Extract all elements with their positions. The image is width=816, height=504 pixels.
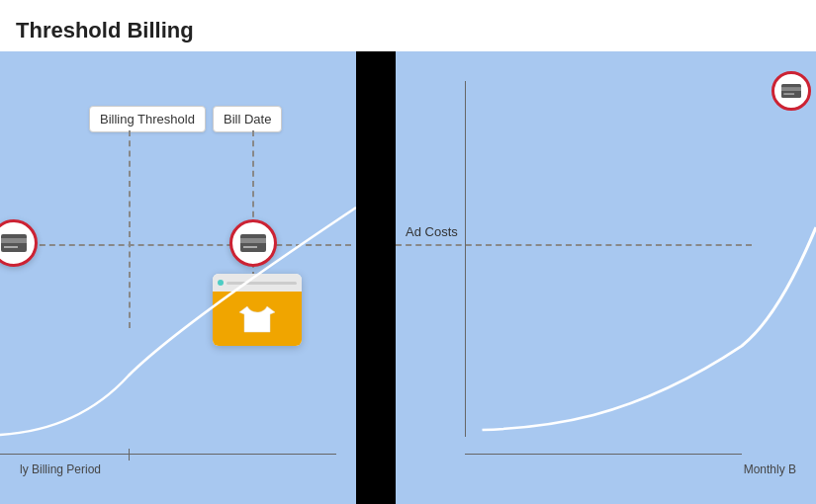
tick-mark-left <box>129 449 130 461</box>
right-panel: Ad Costs Monthly B <box>396 51 816 504</box>
panel-divider <box>356 51 396 504</box>
main-content: Billing Threshold Bill Date <box>0 51 816 504</box>
billing-threshold-label: Billing Threshold <box>89 106 206 132</box>
page-container: Threshold Billing Billing Threshold Bill… <box>0 0 816 504</box>
credit-card-icon-top-right <box>781 84 801 98</box>
left-panel: Billing Threshold Bill Date <box>0 51 356 504</box>
x-axis-label-right: Monthly B <box>744 462 796 476</box>
bill-date-label: Bill Date <box>213 106 282 132</box>
svg-rect-8 <box>783 94 794 96</box>
x-axis-right <box>465 454 742 455</box>
x-axis-label-left: ly Billing Period <box>20 462 101 476</box>
x-axis-line-left <box>0 454 336 455</box>
credit-card-circle-top-right <box>771 71 811 111</box>
svg-rect-7 <box>781 88 801 92</box>
title-area: Threshold Billing <box>0 0 816 51</box>
page-title: Threshold Billing <box>16 18 800 43</box>
cost-curve-right <box>396 168 816 445</box>
cost-curve-left <box>0 198 356 445</box>
